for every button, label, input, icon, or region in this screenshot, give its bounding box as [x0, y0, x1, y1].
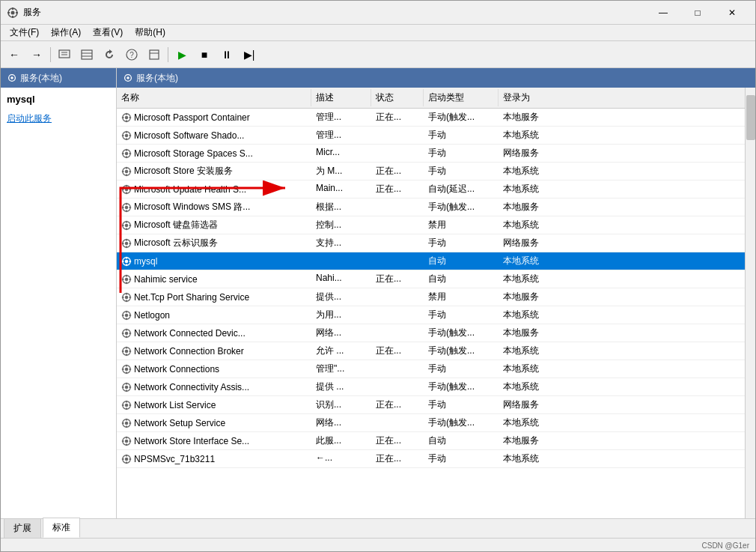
svg-rect-40 [126, 166, 127, 169]
app-icon [7, 7, 19, 19]
table-row[interactable]: Microsoft Software Shado... 管理... 手动 本地系… [117, 127, 745, 145]
show-console-button[interactable] [54, 44, 75, 65]
table-row[interactable]: Nahimic service Nahi... 正在... 自动 本地系统 [117, 270, 745, 288]
properties-button[interactable] [144, 44, 165, 65]
col-login[interactable]: 登录为 [499, 89, 566, 106]
menu-file[interactable]: 文件(F) [4, 25, 45, 40]
svg-rect-52 [126, 202, 127, 204]
col-desc[interactable]: 描述 [311, 89, 371, 106]
svg-rect-83 [126, 300, 127, 302]
table-row[interactable]: Network Store Interface Se... 此服... 正在..… [117, 432, 745, 450]
scrollbar-track[interactable] [745, 88, 755, 518]
svg-text:?: ? [129, 51, 134, 59]
table-row[interactable]: Network Connected Devic... 网络... 手动(触发..… [117, 324, 745, 342]
sidebar-start-link[interactable]: 启动此服务 [7, 112, 110, 125]
cell-status [371, 127, 424, 144]
cell-startup: 手动 [424, 306, 499, 324]
forward-button[interactable]: → [26, 44, 47, 65]
table-row[interactable]: mysql 自动 本地系统 [117, 252, 745, 270]
svg-rect-131 [126, 443, 127, 446]
tab-standard[interactable]: 标准 [43, 518, 80, 538]
table-row[interactable]: Microsoft 云标识服务 支持... 手动 网络服务 [117, 234, 745, 252]
restart-button[interactable]: ▶| [239, 44, 260, 65]
stop-button[interactable]: ■ [194, 44, 215, 65]
close-button[interactable]: ✕ [715, 1, 749, 25]
svg-rect-82 [126, 292, 127, 294]
minimize-button[interactable]: — [646, 1, 680, 25]
svg-rect-14 [150, 50, 159, 59]
svg-rect-64 [126, 238, 127, 240]
show-list-button[interactable] [76, 44, 97, 65]
maximize-button[interactable]: □ [680, 1, 715, 25]
svg-rect-121 [129, 404, 132, 406]
table-row[interactable]: Microsoft 键盘筛选器 控制... 禁用 本地系统 [117, 216, 745, 234]
toolbar-separator-2 [168, 47, 168, 62]
tab-extend[interactable]: 扩展 [4, 518, 41, 538]
table-row[interactable]: Network Connectivity Assis... 提供 ... 手动(… [117, 378, 745, 396]
svg-rect-34 [126, 148, 127, 151]
col-startup[interactable]: 启动类型 [424, 89, 499, 106]
svg-rect-100 [126, 346, 127, 348]
cell-name: Microsoft Update Health S... [117, 181, 311, 198]
cell-startup: 自动 [424, 252, 499, 270]
cell-desc: 根据... [311, 198, 371, 216]
cell-status: 正在... [371, 109, 424, 126]
svg-point-63 [125, 241, 128, 244]
svg-rect-130 [126, 436, 127, 438]
pause-button[interactable]: ⏸ [216, 44, 237, 65]
svg-rect-94 [126, 328, 127, 330]
cell-desc: 允许 ... [311, 342, 371, 360]
cell-desc: 管理"... [311, 360, 371, 377]
cell-desc: 识别... [311, 396, 371, 413]
toolbar-separator-1 [50, 47, 51, 62]
table-row[interactable]: Microsoft Store 安装服务 为 M... 正在... 手动 本地系… [117, 163, 745, 181]
cell-status: 正在... [371, 270, 424, 288]
cell-status [371, 216, 424, 234]
svg-point-93 [125, 331, 128, 334]
table-row[interactable]: Microsoft Passport Container 管理... 正在...… [117, 109, 745, 127]
cell-startup: 自动 [424, 432, 499, 449]
table-row[interactable]: Netlogon 为用... 手动 本地系统 [117, 306, 745, 324]
cell-login: 本地服务 [499, 324, 566, 342]
svg-rect-124 [126, 418, 127, 420]
cell-name: Microsoft 云标识服务 [117, 234, 311, 252]
svg-rect-71 [126, 264, 127, 266]
table-row[interactable]: NPSMSvc_71b3211 ←... 正在... 手动 本地系统 [117, 450, 745, 468]
menu-view[interactable]: 查看(V) [87, 25, 129, 40]
back-button[interactable]: ← [4, 44, 25, 65]
svg-rect-66 [122, 243, 124, 244]
table-row[interactable]: Microsoft Storage Spaces S... Micr... 手动… [117, 145, 745, 163]
table-row[interactable]: Microsoft Windows SMS 路... 根据... 手动(触发..… [117, 198, 745, 216]
table-row[interactable]: Microsoft Update Health S... Main... 正在.… [117, 181, 745, 198]
svg-rect-103 [129, 351, 132, 352]
cell-name: Network Connected Devic... [117, 324, 311, 342]
col-status[interactable]: 状态 [371, 89, 424, 106]
cell-status [371, 324, 424, 342]
col-name[interactable]: 名称 [117, 89, 311, 106]
menu-help[interactable]: 帮助(H) [129, 25, 171, 40]
refresh-button[interactable] [99, 44, 120, 65]
cell-startup: 手动 [424, 360, 499, 377]
svg-point-69 [125, 259, 128, 262]
table-row[interactable]: Network Connections 管理"... 手动 本地系统 [117, 360, 745, 378]
svg-point-135 [125, 457, 128, 460]
cell-name: Network Connection Broker [117, 342, 311, 360]
svg-rect-42 [122, 171, 124, 172]
play-button[interactable]: ▶ [171, 44, 192, 65]
menu-action[interactable]: 操作(A) [45, 25, 87, 40]
table-row[interactable]: Network List Service 识别... 正在... 手动 网络服务 [117, 396, 745, 414]
scrollbar-thumb[interactable] [746, 95, 755, 140]
services-table-wrapper: 名称 描述 状态 启动类型 登录为 Microsoft Passport Con… [117, 88, 755, 518]
svg-rect-139 [129, 458, 132, 460]
cell-login: 本地系统 [499, 378, 566, 395]
cell-status: 正在... [371, 450, 424, 467]
table-row[interactable]: Net.Tcp Port Sharing Service 提供... 禁用 本地… [117, 288, 745, 306]
table-row[interactable]: Network Setup Service 网络... 手动(触发... 本地系… [117, 414, 745, 432]
cell-desc: 为 M... [311, 163, 371, 180]
svg-rect-59 [126, 228, 127, 230]
svg-point-87 [125, 313, 128, 316]
help-button[interactable]: ? [121, 44, 142, 65]
svg-rect-109 [129, 368, 132, 370]
svg-rect-65 [126, 246, 127, 248]
table-row[interactable]: Network Connection Broker 允许 ... 正在... 手… [117, 342, 745, 360]
